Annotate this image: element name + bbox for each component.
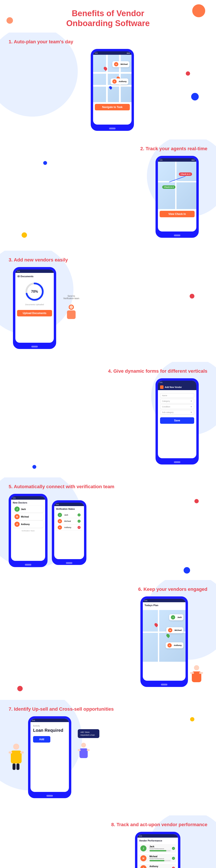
svg-rect-14: [12, 764, 16, 770]
section-2-content: 9:41 ●●● Check in 3 Check in 2: [0, 156, 216, 238]
plan-card-anthony: A Anthony: [166, 642, 184, 648]
phone-bottom-4: [156, 460, 198, 464]
section-5: 5. Automatically connect with verificati…: [0, 477, 216, 580]
send-label: Send to Verification team: [63, 295, 80, 300]
plan-card-micheal: M Micheal: [166, 627, 183, 633]
home-btn-5a: [25, 564, 31, 566]
checkin-map: Check in 3 Check in 2: [158, 162, 196, 209]
section-7-label: 7. Identify Up-sell and Cross-sell oppor…: [0, 704, 216, 716]
verify-avatar-anthony: A: [58, 525, 62, 530]
section-1: 1. Auto-plan your team's day 9:41 ●●●: [0, 33, 216, 140]
field-condition[interactable]: Condition ▼: [160, 404, 194, 409]
person-icon-3: [65, 304, 78, 321]
home-btn-6: [161, 684, 167, 685]
section-3-content: 9:41 ID Documents 70% Documents Upl: [0, 267, 216, 349]
activity-content: Activity Loan Required Add: [30, 722, 69, 745]
section-3-label: 3. Add new vendors easily: [0, 255, 216, 267]
section-5-big-phone: 9:41 New Doctors J Jack M Micheal: [9, 494, 48, 567]
section-6-screen: 9:41 Todays Plan J: [143, 599, 186, 681]
btn-area-4: Save: [160, 417, 194, 424]
perf-avatar-jack: J: [140, 845, 146, 851]
navigate-button[interactable]: Navigate to Task: [95, 104, 130, 111]
road-h1: [93, 72, 132, 74]
person-card-anthony-1: A Anthony: [111, 79, 129, 85]
perf-check-micheal: ✓: [172, 857, 175, 860]
todays-plan-title: Todays Plan: [144, 604, 184, 607]
perf-info-anthony: Anthony Poor Performance: [150, 865, 171, 868]
status-bar-8: 9:41: [137, 834, 178, 838]
person-figure-6: [190, 664, 203, 687]
section-3-phone: 9:41 ID Documents 70% Documents Upl: [13, 267, 56, 349]
section-5-content: 9:41 New Doctors J Jack M Micheal: [0, 494, 216, 567]
check-micheal: ✓: [78, 520, 81, 523]
perf-check-jack: ✓: [172, 847, 175, 850]
note-label-7: ABC Store requested a loan: [78, 729, 99, 738]
svg-point-16: [81, 743, 86, 747]
svg-point-6: [194, 665, 199, 670]
section-6-phone: 9:41 Todays Plan J: [140, 596, 188, 687]
section-1-phone: 9:41 ●●●: [91, 49, 134, 131]
person-svg-7b: [78, 742, 90, 762]
perf-info-jack: Jack Good Performance: [150, 845, 171, 851]
road-v3: [175, 162, 177, 209]
svg-point-5: [70, 305, 73, 309]
section-4-phone: 9:41 Add New Vender Name Category ▼ Co: [156, 378, 199, 465]
status-bar-7: 9:41: [30, 719, 69, 722]
save-button-4[interactable]: Save: [160, 417, 194, 424]
view-checkin-button[interactable]: View Check In: [160, 211, 195, 217]
status-bar-2: 9:41 ●●●: [158, 158, 196, 162]
btn-area-2: View Check In: [158, 209, 196, 219]
perf-bar-micheal: [150, 860, 171, 861]
perf-anthony: A Anthony Poor Performance ✗: [139, 864, 176, 868]
field-name[interactable]: Name: [160, 393, 194, 398]
svg-point-10: [13, 744, 19, 750]
svg-rect-11: [11, 750, 22, 764]
section-5-small-screen: 9:41 Verification Status J Jack ✓: [54, 503, 84, 559]
section-1-content: 9:41 ●●●: [0, 49, 216, 131]
section-3: 3. Add new vendors easily 9:41 ID Docume…: [0, 251, 216, 362]
section-6-label: 6. Keep your vendors engaged: [0, 584, 216, 596]
verify-anthony: A Anthony ✗: [56, 524, 82, 531]
section-6-content: 9:41 Todays Plan J: [0, 596, 216, 687]
section-3-screen: 9:41 ID Documents 70% Documents Upl: [15, 270, 54, 343]
status-bar-5: 9:41: [11, 496, 45, 500]
svg-rect-12: [9, 751, 12, 753]
person-figure-7: [9, 743, 24, 772]
home-btn-4: [174, 461, 180, 463]
section-4-label: 4. Give dynamic forms for different vert…: [0, 366, 216, 378]
svg-text:70%: 70%: [31, 290, 38, 293]
avatar-jack-5: J: [15, 506, 20, 512]
section-4-content: 9:41 Add New Vender Name Category ▼ Co: [0, 378, 216, 465]
progress-container: 70%: [18, 280, 52, 304]
svg-rect-19: [87, 749, 90, 751]
vendor-perf-title: Vender Performance: [139, 839, 176, 842]
field-category[interactable]: Category ▼: [160, 399, 194, 403]
home-btn-7: [47, 795, 53, 797]
id-doc-title: ID Documents: [18, 275, 52, 278]
verify-avatar-jack: J: [58, 513, 62, 517]
status-bar-6: 9:41: [143, 599, 186, 602]
verification-status-title: Verification Status: [56, 508, 82, 510]
phone-bottom-1: [91, 126, 133, 131]
perf-bar-fill-jack: [150, 850, 166, 851]
section-7-phone: 9:41 Activity Loan Required Add: [28, 716, 71, 798]
upload-button[interactable]: Upload Documents: [17, 310, 52, 316]
add-button-7[interactable]: Add: [33, 736, 50, 743]
plan-avatar-anthony: A: [167, 643, 172, 648]
verification-status-content: Verification Status J Jack ✓ M Micheal: [54, 506, 84, 532]
person-card-micheal-5: M Micheal: [13, 513, 44, 520]
perf-micheal: M Micheal Good Performance ✓: [139, 854, 176, 863]
new-doctors-title: New Doctors: [13, 501, 44, 504]
section-7-screen: 9:41 Activity Loan Required Add: [30, 719, 69, 792]
status-bar-4: 9:41: [158, 381, 196, 384]
person-card-anthony-5: A Anthony: [13, 521, 44, 528]
road-h3: [158, 181, 196, 182]
btn-area-1: Navigate to Task: [93, 102, 132, 112]
phone-bottom-6: [141, 682, 187, 687]
person-card-jack-5: J Jack: [13, 506, 44, 513]
note-area-7: ABC Store requested a loan: [78, 729, 99, 763]
field-subcategory[interactable]: Sub-category ▼: [160, 410, 194, 415]
person-card-micheal-1: M Micheal: [112, 61, 129, 67]
section-2-label: 2. Track your agents real-time: [0, 144, 216, 156]
section-5-label: 5. Automatically connect with verificati…: [0, 482, 216, 494]
